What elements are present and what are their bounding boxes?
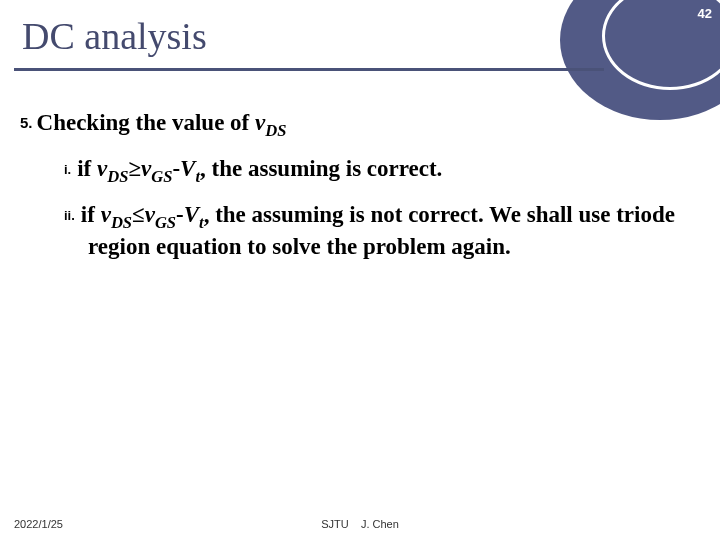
v1-1: v <box>97 156 107 181</box>
roman-2: ii. <box>64 208 75 223</box>
v3-2: V <box>184 202 199 227</box>
slide-title: DC analysis <box>22 14 207 58</box>
pre-2: if <box>81 202 101 227</box>
page-number: 42 <box>698 6 712 21</box>
footer-author: J. Chen <box>361 518 399 530</box>
content-area: 5.Checking the value of vDS i.if vDS≥vGS… <box>20 110 690 276</box>
op-2: ≤ <box>132 202 145 227</box>
var-sub: DS <box>265 121 286 140</box>
sub-point-2: ii.if vDS≤vGS-Vt, the assuming is not co… <box>64 201 690 262</box>
slide: 42 DC analysis 5.Checking the value of v… <box>0 0 720 540</box>
title-underline <box>14 68 604 71</box>
sub-point-1: i.if vDS≥vGS-Vt, the assuming is correct… <box>64 155 690 187</box>
footer-org: SJTU <box>321 518 349 530</box>
minus-2: - <box>176 202 184 227</box>
roman-1: i. <box>64 162 71 177</box>
v2-2: v <box>145 202 155 227</box>
main-text: Checking the value of <box>37 110 256 135</box>
main-point: 5.Checking the value of vDS <box>20 110 690 141</box>
minus-1: - <box>172 156 180 181</box>
v1-2: v <box>101 202 111 227</box>
post-1: , the assuming is correct. <box>200 156 442 181</box>
s2-2: GS <box>155 212 176 231</box>
v3-1: V <box>180 156 195 181</box>
pre-1: if <box>77 156 97 181</box>
slide-header: 42 DC analysis <box>0 0 720 90</box>
footer-center: SJTU J. Chen <box>0 518 720 530</box>
var-v: v <box>255 110 265 135</box>
s1-2: DS <box>111 212 132 231</box>
main-number: 5. <box>20 114 33 131</box>
v2-1: v <box>141 156 151 181</box>
s2-1: GS <box>151 166 172 185</box>
s1-1: DS <box>107 166 128 185</box>
op-1: ≥ <box>128 156 141 181</box>
